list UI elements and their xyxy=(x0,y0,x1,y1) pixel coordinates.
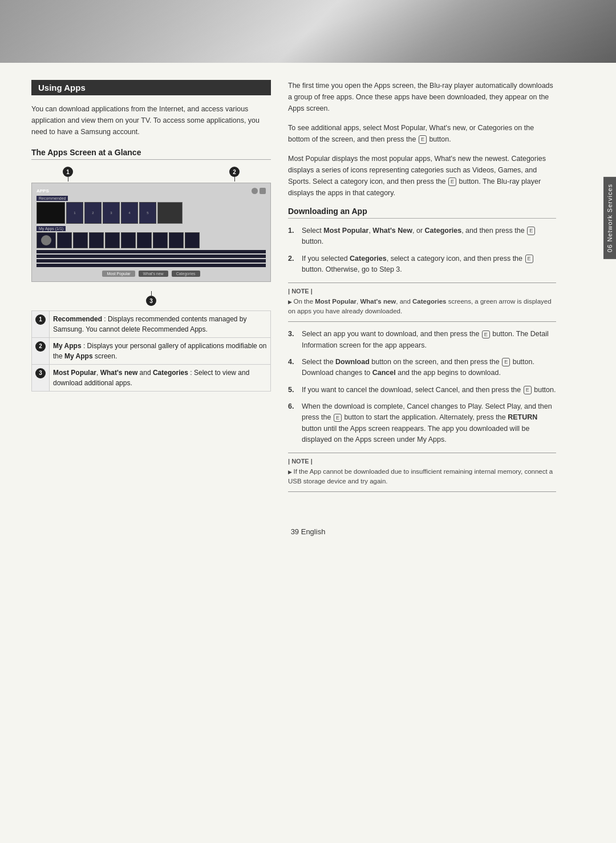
page-language: English xyxy=(301,527,326,536)
left-column: Using Apps You can download applications… xyxy=(31,80,271,499)
right-intro-1: The first time you open the Apps screen,… xyxy=(288,80,556,114)
step-3: Select an app you want to download, and … xyxy=(288,329,556,351)
step-4-text: Select the Download button on the screen… xyxy=(302,357,556,379)
enter-button-icon-2: E xyxy=(448,178,456,186)
enter-btn-s3: E xyxy=(482,330,490,339)
step-6-text: When the download is complete, Cancel ch… xyxy=(302,401,556,446)
callout-3-label: 3 xyxy=(146,296,156,306)
step-2-text: If you selected Categories, select a cat… xyxy=(302,253,556,276)
enter-button-icon-1: E xyxy=(419,135,427,144)
step-5-text: If you want to cancel the download, sele… xyxy=(302,385,556,396)
legend-text-1: Recommended : Displays recommended conte… xyxy=(50,311,271,338)
note-box-1: | NOTE | On the Most Popular, What's new… xyxy=(288,283,556,322)
apps-diagram-wrapper: 1 2 APPS xyxy=(31,167,271,306)
legend-callout-2: 2 xyxy=(35,341,46,352)
step-4: Select the Download button on the screen… xyxy=(288,357,556,379)
enter-btn-s1: E xyxy=(527,227,535,235)
note-text-1: On the Most Popular, What's new, and Cat… xyxy=(288,297,556,317)
callout-1-label: 1 xyxy=(63,167,73,177)
enter-btn-s5: E xyxy=(524,386,532,394)
top-banner xyxy=(0,0,616,63)
right-intro-3: Most Popular displays the most popular a… xyxy=(288,153,556,199)
legend-row-1: 1 Recommended : Displays recommended con… xyxy=(32,311,271,338)
intro-text: You can download applications from the I… xyxy=(31,103,271,138)
step-3-text: Select an app you want to download, and … xyxy=(302,329,556,351)
step-1: Select Most Popular, What's New, or Cate… xyxy=(288,225,556,248)
legend-row-3: 3 Most Popular, What's new and Categorie… xyxy=(32,365,271,392)
steps-list: Select Most Popular, What's New, or Cate… xyxy=(288,225,556,276)
side-tab: 06 Network Services xyxy=(603,177,616,259)
legend-callout-1: 1 xyxy=(35,314,46,325)
callout-2-label: 2 xyxy=(229,167,240,177)
step-5: If you want to cancel the download, sele… xyxy=(288,385,556,396)
section-title: Using Apps xyxy=(31,80,271,95)
enter-btn-s6: E xyxy=(334,414,342,422)
steps-list-2: Select an app you want to download, and … xyxy=(288,329,556,445)
step-1-text: Select Most Popular, What's New, or Cate… xyxy=(302,225,556,248)
note-box-2: | NOTE | If the App cannot be downloaded… xyxy=(288,453,556,493)
enter-btn-s4: E xyxy=(502,358,510,366)
legend-text-3: Most Popular, What's new and Categories … xyxy=(50,365,271,392)
apps-screen-diagram: APPS Recommended 1 2 3 4 xyxy=(31,183,271,282)
apps-screen-heading: The Apps Screen at a Glance xyxy=(31,148,271,160)
note-text-2: If the App cannot be downloaded due to i… xyxy=(288,467,556,487)
note-label-1: | NOTE | xyxy=(288,288,556,295)
page-footer: 39 English xyxy=(0,516,616,544)
legend-row-2: 2 My Apps : Displays your personal galle… xyxy=(32,338,271,365)
legend-callout-3: 3 xyxy=(35,368,46,378)
page-number: 39 xyxy=(291,527,299,536)
note-label-2: | NOTE | xyxy=(288,458,556,465)
legend-table: 1 Recommended : Displays recommended con… xyxy=(31,310,271,392)
legend-text-2: My Apps : Displays your personal gallery… xyxy=(50,338,271,365)
right-column: The first time you open the Apps screen,… xyxy=(288,80,585,499)
step-6: When the download is complete, Cancel ch… xyxy=(288,401,556,446)
enter-btn-s2: E xyxy=(525,255,533,263)
right-intro-2: To see additional apps, select Most Popu… xyxy=(288,122,556,145)
step-2: If you selected Categories, select a cat… xyxy=(288,253,556,276)
downloading-heading: Downloading an App xyxy=(288,207,556,219)
